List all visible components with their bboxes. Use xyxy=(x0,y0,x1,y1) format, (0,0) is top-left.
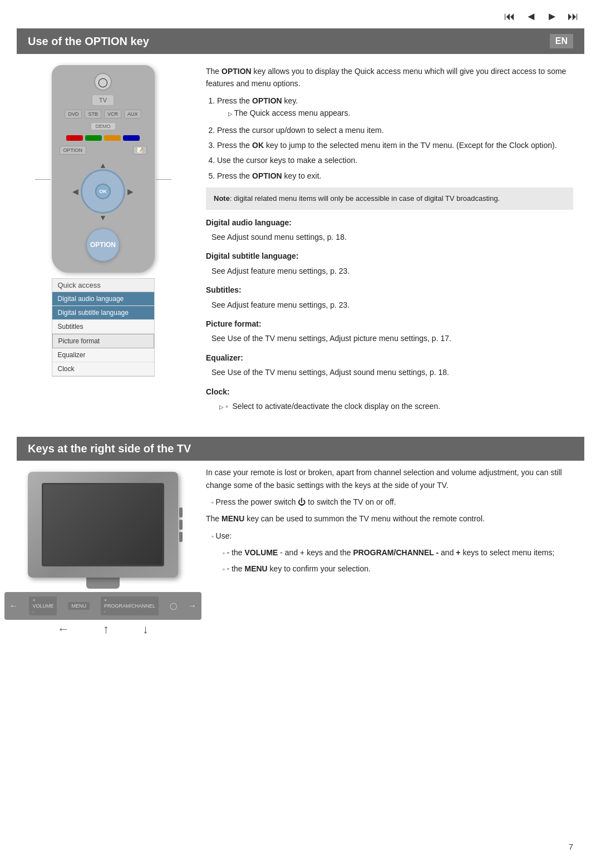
dpad-right[interactable]: ▶ xyxy=(127,187,134,196)
remote-wrapper: ◯ TV DVD STB VCR AUX DEMO xyxy=(52,65,155,273)
page-number: 7 xyxy=(569,842,573,851)
blue-button[interactable] xyxy=(123,135,140,141)
tv-bullet-power: Press the power switch ⏻ to switch the T… xyxy=(211,496,573,508)
subsection-digital-subtitle-title: Digital subtitle language: xyxy=(206,250,573,262)
dpad-up[interactable]: ▲ xyxy=(99,161,107,170)
yellow-button[interactable] xyxy=(104,135,121,141)
section1-content: ◯ TV DVD STB VCR AUX DEMO xyxy=(17,54,584,428)
step-1a: The Quick access menu appears. xyxy=(228,107,573,119)
tv-illustration: ← + VOLUME - MENU + PROGRAM/CHANNEL - ◯ … xyxy=(17,466,189,637)
remote-control: ◯ TV DVD STB VCR AUX DEMO xyxy=(52,65,155,273)
dpad: ▲ ▼ ◀ ▶ OK xyxy=(72,161,134,222)
color-buttons-row xyxy=(66,135,140,141)
section1-header: Use of the OPTION key EN xyxy=(17,28,584,54)
subsection-equalizer-title: Equalizer: xyxy=(206,352,573,364)
subsection-picture-format-body: See Use of the TV menu settings, Adjust … xyxy=(211,332,573,344)
qa-item-digital-subtitle[interactable]: Digital subtitle language xyxy=(52,306,154,320)
subsection-subtitles-body: See Adjust feature menu settings, p. 23. xyxy=(211,299,573,311)
qa-item-digital-audio[interactable]: Digital audio language xyxy=(52,292,154,306)
tv-para2: The MENU key can be used to summon the T… xyxy=(206,512,573,525)
power-button[interactable]: ◯ xyxy=(94,73,112,91)
tv-use-volume: - the VOLUME - and + keys and the PROGRA… xyxy=(223,546,573,559)
subsection-digital-audio-title: Digital audio language: xyxy=(206,216,573,229)
subsection-digital-audio-body: See Adjust sound menu settings, p. 18. xyxy=(211,231,573,243)
tv-use-list: - the VOLUME - and + keys and the PROGRA… xyxy=(223,546,573,575)
side-key-3 xyxy=(179,532,183,542)
power-ctrl-icon: ◯ xyxy=(170,602,177,610)
tv-para1: In case your remote is lost or broken, a… xyxy=(206,466,573,491)
tv-screen xyxy=(42,483,164,566)
red-button[interactable] xyxy=(66,135,83,141)
qa-item-equalizer[interactable]: Equalizer xyxy=(52,348,154,362)
qa-item-picture-format[interactable]: Picture format xyxy=(52,334,154,348)
section2-header: Keys at the right side of the TV xyxy=(17,437,584,461)
program-label: + PROGRAM/CHANNEL - xyxy=(101,596,159,615)
remote-line-right xyxy=(156,179,171,180)
note-box: Note: digital related menu items will on… xyxy=(206,188,573,210)
step-1: Press the OPTION key. The Quick access m… xyxy=(217,95,573,120)
remote-line-left xyxy=(35,179,51,180)
en-badge: EN xyxy=(550,34,573,48)
arrow-indicators: ← ↑ ↓ xyxy=(57,622,149,637)
qa-header: Quick access xyxy=(52,279,154,292)
dvd-button[interactable]: DVD xyxy=(65,110,82,119)
skip-back-icon[interactable]: ⏮ xyxy=(504,10,515,23)
subsection-clock-title: Clock: xyxy=(206,386,573,398)
tv-body xyxy=(28,472,178,578)
source-row: DVD STB VCR AUX xyxy=(65,110,141,119)
qa-item-clock[interactable]: Clock xyxy=(52,362,154,376)
skip-forward-icon[interactable]: ⏭ xyxy=(568,10,579,23)
fast-forward-icon[interactable]: ► xyxy=(546,10,558,23)
green-button[interactable] xyxy=(85,135,102,141)
dpad-left[interactable]: ◀ xyxy=(72,187,78,196)
arrow-left-ctrl: ← xyxy=(9,601,18,611)
rewind-icon[interactable]: ◄ xyxy=(525,10,536,23)
step-5: Press the OPTION key to exit. xyxy=(217,170,573,182)
subsection-clock-body: ◦ Select to activate/deactivate the cloc… xyxy=(211,400,573,412)
minus-prog: - xyxy=(104,609,106,614)
tv-bullets-1: Press the power switch ⏻ to switch the T… xyxy=(211,496,573,508)
tv-controls-row: ← + VOLUME - MENU + PROGRAM/CHANNEL - ◯ … xyxy=(4,592,201,620)
vcr-button[interactable]: VCR xyxy=(104,110,121,119)
side-keys xyxy=(179,507,183,542)
option-button[interactable]: OPTION xyxy=(60,146,87,155)
section2-title: Keys at the right side of the TV xyxy=(28,442,191,455)
subsection-subtitles-title: Subtitles: xyxy=(206,284,573,296)
tv-bullets-2: Use: xyxy=(211,530,573,542)
subsection-equalizer-body: See Use of the TV menu settings, Adjust … xyxy=(211,366,573,378)
tv-stand xyxy=(86,578,120,589)
step-2: Press the cursor up/down to select a men… xyxy=(217,124,573,136)
top-navigation: ⏮ ◄ ► ⏭ xyxy=(0,0,601,28)
section2-content: ← + VOLUME - MENU + PROGRAM/CHANNEL - ◯ … xyxy=(17,461,584,642)
option-row: OPTION 📝 xyxy=(60,146,147,155)
aux-button[interactable]: AUX xyxy=(124,110,141,119)
steps-list: Press the OPTION key. The Quick access m… xyxy=(217,95,573,182)
subsection-digital-subtitle-body: See Adjust feature menu settings, p. 23. xyxy=(211,265,573,277)
tv-figure: ← + VOLUME - MENU + PROGRAM/CHANNEL - ◯ … xyxy=(4,472,201,637)
clock-bullet: ◦ Select to activate/deactivate the cloc… xyxy=(219,400,573,412)
power-icon: ◯ xyxy=(98,77,108,87)
step-4: Use the cursor keys to make a selection. xyxy=(217,154,573,166)
intro-text: The OPTION key allows you to display the… xyxy=(206,65,573,90)
tv-text-panel: In case your remote is lost or broken, a… xyxy=(189,466,584,637)
tv-button[interactable]: TV xyxy=(92,95,114,106)
option-label-bubble: OPTION xyxy=(86,228,120,262)
subsection-picture-format-title: Picture format: xyxy=(206,318,573,330)
right-panel: The OPTION key allows you to display the… xyxy=(189,65,584,417)
plus-prog: + xyxy=(104,598,107,603)
demo-button[interactable]: DEMO xyxy=(91,122,116,130)
arrow-left-indicator: ← xyxy=(57,622,70,637)
volume-label: + VOLUME - xyxy=(29,596,57,615)
dpad-down[interactable]: ▼ xyxy=(99,213,107,222)
step-3: Press the OK key to jump to the selected… xyxy=(217,139,573,151)
quick-access-menu: Quick access Digital audio language Digi… xyxy=(52,278,155,377)
minus-vol: - xyxy=(32,609,34,614)
side-key-2 xyxy=(179,520,183,530)
ok-button[interactable]: OK xyxy=(95,184,111,199)
arrow-down-indicator: ↓ xyxy=(142,622,149,637)
stb-button[interactable]: STB xyxy=(85,110,101,119)
dpad-circle: OK xyxy=(81,169,125,214)
arrow-up-indicator: ↑ xyxy=(103,622,109,637)
qa-item-subtitles[interactable]: Subtitles xyxy=(52,320,154,334)
subtitle-button[interactable]: 📝 xyxy=(133,146,147,155)
